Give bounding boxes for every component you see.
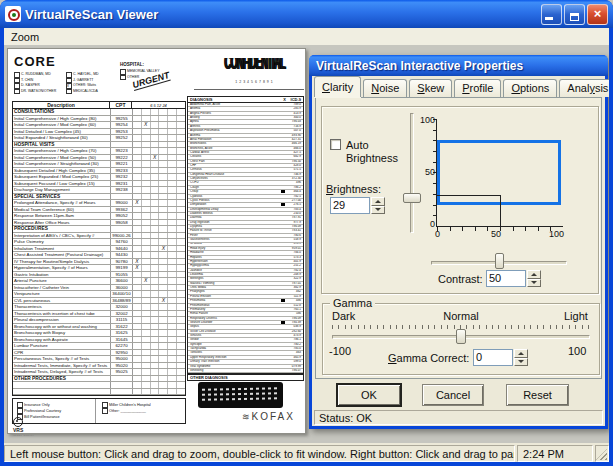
date-cell bbox=[151, 122, 160, 128]
contrast-down-button[interactable] bbox=[527, 279, 541, 288]
procedure-name: CONSULTATIONS bbox=[13, 109, 111, 115]
date-cell bbox=[159, 304, 168, 310]
contrast-up-button[interactable] bbox=[527, 270, 541, 279]
dialog-title-bar[interactable]: VirtualReScan Interactive Properties bbox=[309, 55, 608, 76]
date-cell bbox=[177, 382, 185, 388]
maximize-button[interactable] bbox=[564, 4, 585, 25]
procedure-name: Discharge Day Management bbox=[13, 187, 111, 193]
date-cell bbox=[168, 350, 177, 356]
title-bar[interactable]: VirtualReScan Viewer × bbox=[0, 0, 613, 28]
procedure-name: Initial Detailed / Low Complex (45) bbox=[13, 129, 111, 135]
diagnosis-name: Cirrhosis bbox=[188, 168, 278, 171]
date-cell bbox=[177, 239, 185, 245]
brightness-field[interactable]: 29 bbox=[330, 197, 370, 214]
procedure-name: Thoracentesis bbox=[13, 304, 111, 310]
viewer-client-area[interactable]: CORE C. RUDDMAN, MDT. CHIND. KASPERDR. W… bbox=[4, 45, 609, 443]
diagnosis-name: Atrial Fibrillation bbox=[188, 138, 278, 141]
date-cell bbox=[168, 142, 177, 148]
reset-button[interactable]: Reset bbox=[506, 384, 569, 406]
date-cell bbox=[142, 194, 151, 200]
date-cell bbox=[142, 213, 151, 219]
gamma-slider-thumb[interactable] bbox=[456, 329, 466, 344]
date-cell bbox=[159, 285, 168, 291]
scanned-document[interactable]: CORE C. RUDDMAN, MDT. CHIND. KASPERDR. W… bbox=[7, 48, 306, 434]
cpt-code: 99221 bbox=[111, 161, 133, 167]
brightness-up-button[interactable] bbox=[371, 197, 385, 206]
brightness-slider-thumb[interactable] bbox=[403, 193, 421, 203]
date-cell bbox=[177, 161, 185, 167]
date-cell bbox=[159, 200, 168, 206]
resize-grip[interactable] bbox=[595, 445, 609, 462]
date-cell bbox=[151, 135, 160, 141]
date-cell bbox=[168, 200, 177, 206]
date-cell bbox=[168, 129, 177, 135]
date-cell bbox=[142, 239, 151, 245]
diagnosis-name: Conjunctivitis bbox=[188, 177, 278, 180]
date-cell bbox=[168, 363, 177, 369]
tab-analysis[interactable]: Analysis bbox=[559, 79, 609, 97]
cpt-code bbox=[111, 226, 133, 232]
icd9-code: 716.9 bbox=[288, 125, 303, 128]
date-cell bbox=[151, 356, 160, 362]
tab-profile[interactable]: Profile bbox=[454, 79, 501, 97]
date-cell bbox=[151, 181, 160, 187]
menu-zoom[interactable]: Zoom bbox=[4, 30, 46, 44]
contrast-slider-thumb[interactable] bbox=[495, 253, 504, 269]
contrast-label: Contrast: bbox=[438, 273, 483, 285]
icd9-code: 578.9 bbox=[288, 243, 303, 246]
gamma-correct-field[interactable]: 0 bbox=[473, 349, 513, 366]
brightness-slider-track[interactable] bbox=[410, 113, 414, 233]
cancel-button[interactable]: Cancel bbox=[422, 384, 484, 406]
auto-brightness-checkbox[interactable] bbox=[330, 139, 341, 150]
date-cell: X bbox=[142, 278, 151, 284]
date-cell bbox=[151, 194, 160, 200]
icd9-code: 413.9 bbox=[288, 112, 303, 115]
ok-button[interactable]: OK bbox=[337, 384, 401, 406]
diagnosis-name: Fever bbox=[188, 234, 278, 237]
date-cell bbox=[177, 259, 185, 265]
date-cell bbox=[177, 291, 185, 297]
minimize-button[interactable] bbox=[541, 4, 562, 25]
date-cell bbox=[133, 291, 142, 297]
cpt-code: 31115 bbox=[111, 317, 133, 323]
date-cell bbox=[151, 187, 160, 193]
tab-noise[interactable]: Noise bbox=[363, 79, 407, 97]
date-cell bbox=[133, 369, 142, 375]
close-button[interactable]: × bbox=[587, 4, 608, 25]
contrast-spinner: 50 bbox=[486, 270, 541, 287]
date-cell bbox=[151, 129, 160, 135]
tab-clarity[interactable]: Clarity bbox=[314, 76, 361, 97]
date-cell bbox=[159, 122, 168, 128]
date-cell bbox=[142, 207, 151, 213]
diagnosis-name: Asthma bbox=[188, 134, 278, 137]
procedure-table: CONSULTATIONSInitial Comprehensive / Hig… bbox=[12, 109, 186, 396]
gamma-up-button[interactable] bbox=[514, 349, 528, 358]
gamma-down-button[interactable] bbox=[514, 358, 528, 367]
properties-dialog: VirtualReScan Interactive Properties Cla… bbox=[309, 55, 608, 429]
contrast-field[interactable]: 50 bbox=[486, 270, 526, 287]
icd9-code: 786.09 bbox=[288, 317, 303, 320]
date-cell bbox=[151, 220, 160, 226]
handwritten-note-redacted bbox=[198, 382, 283, 408]
x-mark-icon bbox=[281, 203, 285, 206]
date-cell bbox=[133, 298, 142, 304]
cpt-code: 99252 bbox=[111, 135, 133, 141]
icd9-code: 786.50 bbox=[288, 160, 303, 163]
up-arrow-icon bbox=[375, 200, 381, 203]
mark-cell bbox=[278, 299, 288, 302]
tab-options[interactable]: Options bbox=[503, 79, 557, 97]
date-cell bbox=[177, 337, 185, 343]
cpt-code: 99238 bbox=[111, 187, 133, 193]
gamma-max-label: 100 bbox=[568, 345, 586, 357]
brightness-down-button[interactable] bbox=[371, 206, 385, 215]
tab-skew[interactable]: Skew bbox=[409, 79, 452, 97]
date-cell bbox=[142, 376, 151, 382]
other-diagnosis-header: OTHER DIAGNOSIS bbox=[187, 374, 304, 381]
procedure-name: Chest Assisted Treatment (Postural Drain… bbox=[13, 252, 111, 258]
cpt-code: 32000 bbox=[111, 304, 133, 310]
cpt-code bbox=[111, 142, 133, 148]
procedure-name: PROCEDURES bbox=[13, 226, 111, 232]
date-cell bbox=[159, 252, 168, 258]
icd9-code: 784.0 bbox=[288, 251, 303, 254]
brightness-contrast-graph[interactable]: 100 50 0 0 50 100 bbox=[436, 119, 563, 227]
